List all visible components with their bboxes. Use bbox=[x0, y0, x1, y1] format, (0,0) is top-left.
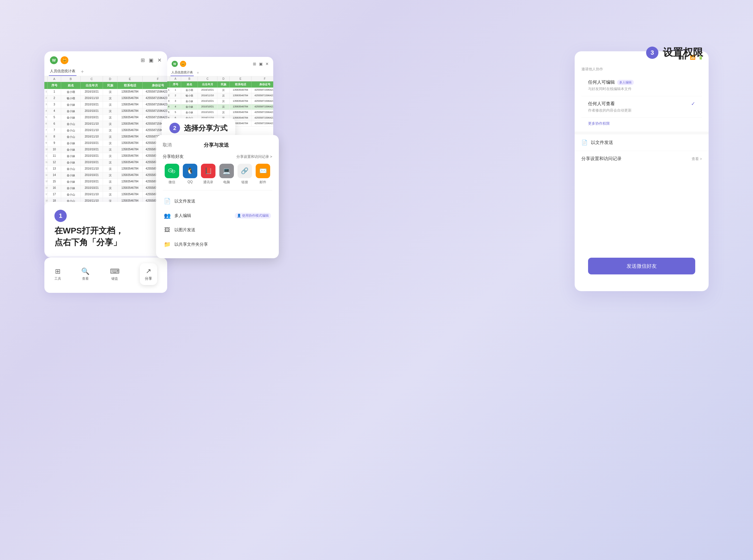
pc-icon: 💻 bbox=[219, 164, 234, 178]
email-label: 邮件 bbox=[259, 180, 266, 185]
share-settings-link[interactable]: 分享设置和访问记录 > bbox=[236, 154, 272, 159]
table-row: 99金小妹2010/10/21汉135835467844255587159642… bbox=[44, 140, 167, 147]
share-popup-header: 取消 分享与发送 bbox=[163, 142, 272, 148]
image-send-text: 以图片发送 bbox=[174, 227, 195, 233]
view-link[interactable]: 查看 > bbox=[692, 157, 702, 161]
multi-edit-badge: 👤 使用协作模式编辑 bbox=[235, 213, 271, 219]
table-row: 55金小妹2010/10/21汉135835467844255587159642… bbox=[44, 115, 167, 121]
perm-edit-desc: 与好友同时在线编辑本文件 bbox=[588, 86, 695, 92]
check-icon: ✓ bbox=[691, 101, 695, 107]
multi-edit-icon: 👥 bbox=[164, 212, 171, 219]
share-contacts[interactable]: 📕 通讯录 bbox=[201, 164, 215, 185]
tab-sheet[interactable]: 人员信息统计表 bbox=[49, 67, 76, 76]
qq-label: QQ bbox=[188, 180, 193, 184]
step1-circle: 1 bbox=[54, 210, 67, 222]
perm-view-desc: 作者修改的内容会自动更新 bbox=[588, 108, 695, 113]
step3-label: 3 设置权限 bbox=[646, 46, 703, 59]
step3-circle: 3 bbox=[646, 46, 658, 59]
title-bar-1: W 🐱 ⊞ ▣ ✕ bbox=[44, 51, 167, 67]
link-label: 链接 bbox=[242, 180, 248, 185]
link-icon: 🔗 bbox=[237, 164, 252, 178]
wechat-icon bbox=[165, 164, 179, 178]
file-send-icon: 📄 bbox=[164, 198, 171, 204]
invite-section: 邀请他人协作 任何人可编辑 多人编辑 与好友同时在线编辑本文件 任何人可查看 ✓… bbox=[575, 62, 709, 132]
table-row: 33金小妹2010/10/21汉135835467844255587159642… bbox=[167, 99, 273, 104]
email-icon: ✉️ bbox=[256, 164, 270, 178]
avatar-icon: 🐱 bbox=[61, 56, 69, 64]
wps-logo-icon: W bbox=[50, 56, 58, 64]
table-row: 1111金小妹2010/10/21汉1358354678442555871596… bbox=[44, 153, 167, 160]
send-wechat-button[interactable]: 发送微信好友 bbox=[588, 258, 695, 275]
step1-container: 1 在WPS打开文档， 点右下角「分享」 bbox=[44, 202, 167, 256]
tab-bar: 人员信息统计表 ＋ bbox=[44, 67, 167, 76]
column-letters: A B C D E F G bbox=[44, 76, 167, 82]
add-tab-button[interactable]: ＋ bbox=[80, 68, 85, 75]
permission-edit[interactable]: 任何人可编辑 多人编辑 与好友同时在线编辑本文件 bbox=[581, 75, 702, 96]
permission-view[interactable]: 任何人可查看 ✓ 作者修改的内容会自动更新 bbox=[581, 96, 702, 118]
multi-edit-text: 多人编辑 bbox=[174, 213, 191, 218]
share-friends-row: 分享给好友 分享设置和访问记录 > bbox=[163, 154, 272, 159]
step3-text: 设置权限 bbox=[663, 46, 703, 59]
share-link[interactable]: 🔗 链接 bbox=[237, 164, 252, 185]
contacts-label: 通讯录 bbox=[203, 180, 213, 185]
share-wechat[interactable]: 微信 bbox=[165, 164, 179, 185]
spreadsheet-area: A B C D E F G 序号 姓名 出生年月 民族 联系电话 身份证号 11… bbox=[44, 76, 167, 217]
table-row: 1414金小妹2010/10/21汉1358354678442555871596… bbox=[44, 172, 167, 179]
menu-multi-edit[interactable]: 👥 多人编辑 👤 使用协作模式编辑 bbox=[163, 208, 272, 223]
nav-view[interactable]: 🔍 查看 bbox=[81, 267, 90, 281]
nav-keyboard[interactable]: ⌨ 键盘 bbox=[110, 267, 120, 281]
file-send-icon-p3: 📄 bbox=[581, 139, 587, 145]
file-send-text-p3: 以文件发送 bbox=[591, 140, 613, 145]
menu-image-send[interactable]: 🖼 以图片发送 bbox=[163, 223, 272, 237]
folder-share-text: 以共享文件夹分享 bbox=[174, 242, 208, 247]
contacts-icon: 📕 bbox=[201, 164, 215, 178]
share-icons-row: 微信 🐧 QQ 📕 通讯录 💻 电脑 bbox=[163, 164, 272, 185]
image-send-icon: 🖼 bbox=[164, 227, 171, 233]
table-row: 1313金小山2016/11/10汉1358354678442555871596… bbox=[44, 166, 167, 172]
table-row: 66金小山2016/11/10汉135835467844255587159642… bbox=[44, 121, 167, 127]
file-send-option[interactable]: 📄 以文件发送 bbox=[575, 135, 709, 151]
step1-text: 在WPS打开文档， 点右下角「分享」 bbox=[54, 225, 157, 248]
box-icon[interactable]: ▣ bbox=[149, 57, 154, 63]
share-settings-text: 分享设置和访问记录 bbox=[581, 156, 621, 162]
share-popup: 取消 分享与发送 分享给好友 分享设置和访问记录 > 微信 🐧 QQ bbox=[156, 135, 279, 258]
file-send-text: 以文件发送 bbox=[174, 199, 195, 204]
panel-permissions: ▐▌▌▌ 📶 🔋 邀请他人协作 任何人可编辑 多人编辑 与好友同时在线编辑本文件 bbox=[575, 51, 709, 291]
table-row: 33金小妹2010/10/21汉135835467844255587159642… bbox=[44, 102, 167, 108]
share-pc[interactable]: 💻 电脑 bbox=[219, 164, 234, 185]
cancel-button[interactable]: 取消 bbox=[163, 142, 172, 148]
pc-label: 电脑 bbox=[223, 180, 230, 185]
svg-point-1 bbox=[169, 170, 170, 171]
step2-circle: 2 bbox=[169, 123, 180, 133]
share-email[interactable]: ✉️ 邮件 bbox=[256, 164, 270, 185]
step2-text: 选择分享方式 bbox=[184, 123, 228, 133]
table-row: 1717金小山2016/11/10汉1358354678442555871596… bbox=[44, 192, 167, 198]
nav-tools[interactable]: ⊞ 工具 bbox=[54, 267, 61, 281]
perm-view-title: 任何人可查看 bbox=[588, 101, 615, 107]
share-settings-option[interactable]: 分享设置和访问记录 查看 > bbox=[575, 151, 709, 167]
more-permissions-link[interactable]: 更多协作权限 bbox=[581, 118, 702, 129]
table-row: 55金小妹2010/10/21汉135835467844255587159642… bbox=[167, 110, 273, 116]
section-divider bbox=[575, 132, 709, 135]
qq-icon: 🐧 bbox=[183, 164, 197, 178]
table-row: 1616金小妹2010/10/21汉1358354678442555871596… bbox=[44, 185, 167, 192]
table-row: 22银小萌2016/11/10汉135835467844255587159642… bbox=[167, 93, 273, 99]
share-friends-label: 分享给好友 bbox=[163, 154, 184, 159]
table-row: 11金小萌2016/10/21汉135835467844255587159642… bbox=[44, 89, 167, 95]
close-icon[interactable]: ✕ bbox=[157, 57, 161, 63]
menu-folder-share[interactable]: 📁 以共享文件夹分享 bbox=[163, 237, 272, 252]
step1-bubble: 1 在WPS打开文档， 点右下角「分享」 bbox=[44, 202, 167, 256]
col-header: 序号 姓名 出生年月 民族 联系电话 身份证号 bbox=[44, 82, 167, 89]
p2-tab[interactable]: 人员信息统计表 bbox=[171, 69, 194, 76]
menu-file-send[interactable]: 📄 以文件发送 bbox=[163, 194, 272, 208]
grid-icon[interactable]: ⊞ bbox=[141, 57, 145, 63]
svg-point-5 bbox=[173, 171, 174, 172]
table-row: 88金小山2016/11/10汉135835467844255587159642… bbox=[44, 134, 167, 140]
table-row: 1010金小妹2010/10/21汉1358354678442555871596… bbox=[44, 147, 167, 153]
share-qq[interactable]: 🐧 QQ bbox=[183, 164, 197, 185]
nav-share-button[interactable]: ↗ 分享 bbox=[140, 263, 157, 285]
wechat-label: 微信 bbox=[169, 180, 175, 185]
bottom-nav: ⊞ 工具 🔍 查看 ⌨ 键盘 ↗ 分享 bbox=[44, 258, 167, 293]
perm-edit-badge: 多人编辑 bbox=[617, 80, 634, 85]
svg-point-2 bbox=[171, 170, 171, 171]
